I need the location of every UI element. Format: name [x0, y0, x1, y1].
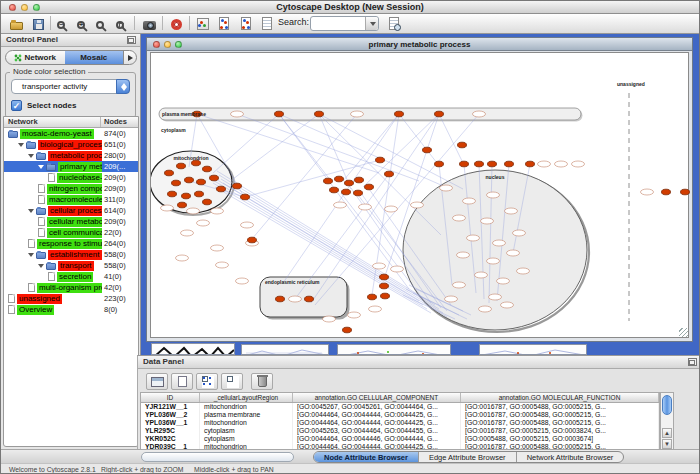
tree-row-multi-organism-pro[interactable]: multi-organism pro42(0) — [4, 282, 138, 293]
expand-arrow-icon[interactable] — [38, 264, 44, 268]
graph-node-small[interactable] — [216, 262, 229, 268]
tree-row-unassigned[interactable]: unassigned223(0) — [4, 293, 138, 304]
table-cell[interactable]: mitochondrion — [200, 403, 293, 411]
resize-grip[interactable] — [679, 328, 688, 337]
float-panel-icon[interactable] — [127, 36, 136, 44]
graph-node[interactable] — [185, 177, 194, 183]
background-window-fragment[interactable] — [151, 343, 235, 355]
graph-node-small[interactable] — [513, 230, 526, 236]
graph-node-small[interactable] — [351, 111, 364, 117]
table-row[interactable]: YKR052Ccytoplasm[GO:0044464, GO:0044446,… — [141, 435, 659, 443]
column-header[interactable]: annotation.GO MOLECULAR_FUNCTION — [461, 393, 659, 402]
graph-node-small[interactable] — [187, 208, 200, 214]
graph-node-small[interactable] — [440, 185, 453, 191]
tab-edge-attribute-browser[interactable]: Edge Attribute Browser — [419, 452, 517, 462]
graph-node[interactable] — [248, 237, 257, 243]
graph-node[interactable] — [178, 202, 187, 208]
filter-button[interactable] — [258, 15, 276, 32]
table-cell[interactable]: [GO:0045267, GO:0045261, GO:0044464, G..… — [293, 403, 461, 411]
graph-edge[interactable] — [319, 114, 441, 235]
expand-arrow-icon[interactable] — [18, 143, 24, 147]
node-color-dropdown[interactable]: transporter activity — [11, 79, 130, 94]
table-cell[interactable]: cytoplasm — [200, 435, 293, 443]
table-cell[interactable]: YPL036W__1 — [141, 419, 200, 427]
graph-node[interactable] — [435, 111, 444, 117]
graph-node-small[interactable] — [161, 205, 174, 211]
table-cell[interactable]: [GO:0016787, GO:0005488, GO:0005215, G..… — [461, 411, 659, 419]
vizmapper-button[interactable] — [194, 15, 212, 32]
network-canvas[interactable]: plasma membranecytoplasmmitochondrionnuc… — [150, 52, 689, 338]
graph-node-small[interactable] — [181, 230, 194, 236]
tree-row-primary-metabo[interactable]: primary metabo209(... — [4, 161, 138, 172]
graph-node-small[interactable] — [467, 235, 480, 241]
table-cell[interactable]: [GO:0044464, GO:0044446, GO:0044444, G..… — [293, 435, 461, 443]
table-cell[interactable]: YLR295C — [141, 427, 200, 435]
graph-node-small[interactable] — [385, 206, 398, 212]
graph-node[interactable] — [354, 190, 363, 196]
graph-node[interactable] — [381, 293, 390, 299]
horizontal-scrollbar-thumb[interactable] — [141, 452, 294, 462]
tree-row-response-to-stimulu[interactable]: response to stimulu264(0) — [4, 238, 138, 249]
graph-node[interactable] — [335, 176, 344, 182]
graph-node[interactable] — [217, 186, 226, 192]
graph-node-small[interactable] — [236, 278, 249, 284]
float-panel-icon[interactable] — [688, 358, 697, 366]
graph-node[interactable] — [177, 163, 186, 169]
graph-node[interactable] — [210, 175, 219, 181]
tree-row-nucleobase-[interactable]: nucleobase-209(0) — [4, 172, 138, 183]
tree-row-mosaic-demo-yeast[interactable]: mosaic-demo-yeast874(0) — [4, 128, 138, 139]
select-attributes-button[interactable] — [196, 373, 218, 390]
graph-node-small[interactable] — [457, 252, 470, 258]
graph-node[interactable] — [376, 157, 385, 163]
graph-node[interactable] — [355, 177, 364, 183]
graph-edge[interactable] — [213, 114, 279, 173]
graph-edge[interactable] — [279, 114, 441, 185]
graph-node-small[interactable] — [445, 296, 458, 302]
expand-arrow-icon[interactable] — [28, 209, 34, 213]
table-cell[interactable]: plasma membrane — [200, 411, 293, 419]
graph-node[interactable] — [276, 296, 285, 302]
graph-node[interactable] — [435, 161, 444, 167]
graph-node-small[interactable] — [489, 294, 502, 300]
graph-node-small[interactable] — [334, 202, 347, 208]
graph-node-small[interactable] — [505, 208, 518, 214]
graph-edge[interactable] — [279, 114, 409, 289]
column-header[interactable]: _cellularLayoutRegion — [200, 393, 293, 402]
tree-row-overview[interactable]: Overview8(0) — [4, 304, 138, 315]
graph-node-small[interactable] — [369, 306, 382, 312]
graph-node[interactable] — [195, 191, 204, 197]
graph-node-small[interactable] — [411, 202, 424, 208]
graph-node[interactable] — [315, 111, 324, 117]
graph-node-small[interactable] — [481, 218, 494, 224]
graph-node-small[interactable] — [572, 161, 585, 167]
search-input[interactable] — [310, 16, 379, 31]
graph-node-small[interactable] — [507, 250, 520, 256]
network-desktop[interactable]: primary metabolic process plasma membran… — [141, 34, 700, 355]
save-button[interactable] — [29, 15, 47, 32]
graph-node[interactable] — [182, 193, 191, 199]
table-cell[interactable]: YPL036W__2 — [141, 411, 200, 419]
expand-arrow-icon[interactable] — [28, 154, 34, 158]
table-cell[interactable]: [GO:0045263, GO:0044464, GO:0044455, G..… — [293, 427, 461, 435]
graph-node[interactable] — [275, 111, 284, 117]
table-cell[interactable]: [GO:0005488, GO:0005215, GO:0003674] — [461, 435, 659, 443]
graph-node-small[interactable] — [289, 296, 302, 302]
background-window-fragment[interactable] — [479, 344, 587, 355]
delete-attribute-button[interactable] — [251, 373, 273, 390]
graph-node-small[interactable] — [641, 189, 654, 195]
background-window-fragment[interactable] — [337, 344, 451, 355]
tab-overflow-arrow[interactable] — [123, 51, 136, 64]
graph-node[interactable] — [172, 180, 181, 186]
tree-row-secretion[interactable]: secretion41(0) — [4, 271, 138, 282]
graph-node-small[interactable] — [241, 222, 254, 228]
graph-node[interactable] — [330, 187, 339, 193]
snapshot-button[interactable] — [139, 15, 159, 32]
table-cell[interactable]: [GO:0016787, GO:0005488, GO:0005215, G..… — [461, 419, 659, 427]
graph-node[interactable] — [345, 180, 354, 186]
graph-node[interactable] — [662, 189, 671, 195]
table-cell[interactable]: YJR121W__1 — [141, 403, 200, 411]
unselect-attributes-button[interactable] — [221, 373, 243, 390]
expand-arrow-icon[interactable] — [28, 253, 34, 257]
graph-node-small[interactable] — [473, 111, 486, 117]
graph-node-small[interactable] — [475, 272, 488, 278]
